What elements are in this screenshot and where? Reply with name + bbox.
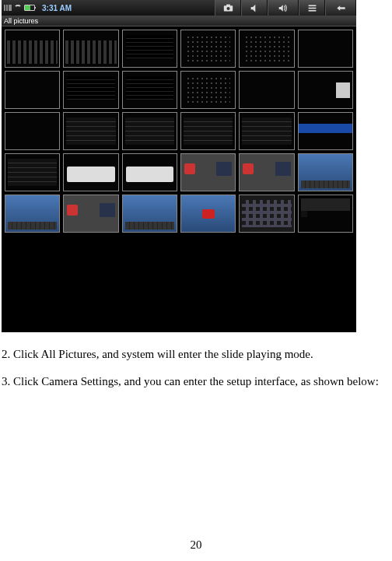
thumbnail[interactable] (239, 71, 294, 109)
back-button[interactable] (325, 0, 356, 16)
volume-down-button[interactable] (241, 0, 268, 16)
thumbnail[interactable] (239, 30, 294, 68)
instruction-step-2: 2. Click All Pictures, and system will e… (2, 346, 392, 363)
svg-rect-6 (308, 7, 316, 9)
thumbnail[interactable] (5, 30, 60, 68)
thumbnail[interactable] (180, 112, 236, 150)
gallery-title: All pictures (4, 17, 38, 25)
thumbnail[interactable] (63, 153, 118, 191)
thumbnail[interactable] (180, 30, 236, 68)
volume-up-button[interactable] (268, 0, 299, 16)
system-toolbar (215, 0, 356, 16)
thumbnail[interactable] (122, 71, 177, 109)
status-indicators: 3:31 AM (2, 4, 72, 12)
camera-icon (223, 3, 233, 13)
back-icon (336, 3, 346, 13)
thumbnail-grid (2, 26, 356, 236)
thumbnail[interactable] (63, 195, 118, 233)
instruction-text: 2. Click All Pictures, and system will e… (2, 346, 392, 390)
svg-marker-8 (337, 5, 345, 11)
thumbnail[interactable] (5, 195, 60, 233)
svg-marker-3 (250, 4, 255, 12)
thumbnail[interactable] (122, 153, 177, 191)
svg-rect-2 (226, 4, 230, 5)
thumbnail[interactable] (122, 112, 177, 150)
thumbnail[interactable] (180, 195, 236, 233)
thumbnail[interactable] (298, 71, 353, 109)
volume-up-icon (278, 3, 289, 13)
thumbnail[interactable] (239, 112, 294, 150)
device-screenshot: 3:31 AM All pictures (2, 0, 356, 332)
thumbnail[interactable] (5, 112, 60, 150)
wifi-icon (14, 5, 22, 11)
thumbnail[interactable] (63, 71, 118, 109)
thumbnail[interactable] (298, 112, 353, 150)
svg-rect-5 (308, 5, 316, 6)
volume-down-icon (250, 3, 260, 13)
svg-marker-4 (278, 5, 282, 12)
instruction-step-3: 3. Click Camera Settings, and you can en… (2, 373, 392, 390)
thumbnail[interactable] (298, 153, 353, 191)
clock: 3:31 AM (42, 4, 72, 12)
thumbnail[interactable] (298, 195, 353, 233)
battery-icon (24, 5, 35, 11)
page-number: 20 (0, 538, 392, 552)
menu-icon (307, 3, 317, 13)
svg-point-1 (226, 6, 229, 9)
thumbnail[interactable] (122, 195, 177, 233)
signal-icon (4, 5, 12, 11)
thumbnail[interactable] (63, 112, 118, 150)
thumbnail[interactable] (298, 30, 353, 68)
camera-button[interactable] (215, 0, 241, 16)
thumbnail[interactable] (180, 71, 236, 109)
thumbnail[interactable] (5, 71, 60, 109)
gallery-title-bar: All pictures (2, 16, 356, 26)
thumbnail[interactable] (122, 30, 177, 68)
thumbnail[interactable] (180, 153, 236, 191)
thumbnail[interactable] (5, 153, 60, 191)
status-bar: 3:31 AM (2, 0, 356, 16)
menu-button[interactable] (299, 0, 325, 16)
thumbnail[interactable] (239, 153, 294, 191)
thumbnail[interactable] (63, 30, 118, 68)
thumbnail[interactable] (239, 195, 294, 233)
svg-rect-7 (308, 9, 316, 11)
